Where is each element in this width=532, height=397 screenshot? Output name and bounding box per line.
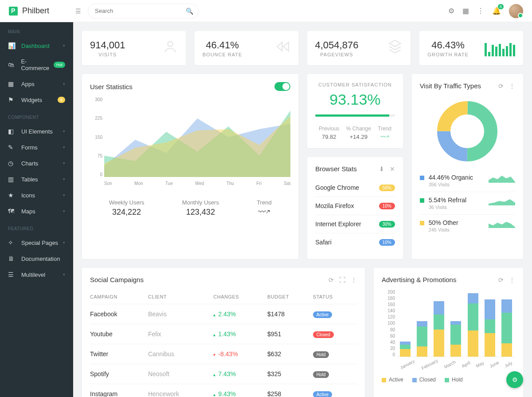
table-row: SpotifyNeosoft▴7.43%$325Hold (90, 364, 357, 384)
sat-progress (315, 114, 395, 117)
search: 🔍 (88, 4, 199, 19)
y-axis: 300225150750 (90, 97, 102, 177)
close-icon[interactable]: ✕ (390, 165, 395, 173)
nav-label: Apps (21, 81, 35, 87)
nav-label: Charts (21, 160, 38, 167)
legend-item: Closed (412, 377, 436, 383)
bar-stack (450, 321, 461, 357)
row-3: Social Campaigns ⟳ ⛶ ⋮ CAMPAIGNCLIENTCHA… (82, 268, 523, 397)
sidebar-item-tables[interactable]: ▥Tables▾ (0, 171, 73, 187)
menu-toggle-icon[interactable]: ☰ (75, 8, 81, 15)
refresh-icon[interactable]: ⟳ (498, 83, 504, 90)
traffic-item: 50% Other245 Visits (420, 215, 515, 237)
advertising-card: Advertising & Promotions ⟳ ⋮ 20018016014… (374, 268, 523, 397)
more-vert-icon[interactable]: ⋮ (509, 276, 515, 283)
sidebar-item-widgets[interactable]: ⚑Widgets8 (0, 92, 73, 108)
traffic-line: 5.54% Refrral (429, 197, 467, 204)
fab-settings[interactable]: ⚙ (506, 371, 523, 388)
chevron-down-icon: ▾ (63, 272, 65, 277)
search-icon[interactable]: 🔍 (186, 8, 193, 15)
nav-icon: 🛍 (8, 61, 15, 68)
bar-stack (434, 301, 444, 357)
stat-value: 46.41% (203, 39, 243, 51)
bar-stack (468, 293, 478, 357)
apps-grid-icon[interactable]: ▦ (462, 7, 469, 15)
traffic-sub: 356 Visits (429, 182, 473, 187)
refresh-icon[interactable]: ⟳ (498, 276, 504, 283)
sidebar-item-multilevel[interactable]: ☰Multilevel▾ (0, 267, 73, 283)
sidebar-item-e-commerce[interactable]: 🛍E-CommerceHot (0, 54, 73, 76)
browser-pill: 10% (379, 239, 395, 246)
user-statistics-chart: 300225150750 SonMonTueWedThuFriSat (104, 97, 290, 186)
bars-area (397, 290, 515, 357)
stat-card-visits: 914,001VISITS (82, 31, 186, 65)
more-vert-icon[interactable]: ⋮ (351, 276, 357, 283)
traffic-sub: 245 Visits (429, 227, 458, 232)
download-icon[interactable]: ⬇ (379, 165, 384, 173)
panel-title: Social Campaigns (90, 276, 144, 283)
toggle-switch[interactable] (274, 82, 290, 91)
sidebar-item-ui-elements[interactable]: ◧UI Elements▾ (0, 123, 73, 139)
person-icon (163, 39, 178, 57)
client-name: Felix (148, 324, 213, 344)
more-vert-icon[interactable]: ⋮ (477, 7, 484, 15)
table-row: TwitterCannibus▾-8.43%$632Hold (90, 344, 357, 364)
sat-title: CUSTOMER SATISFACTION (315, 82, 395, 87)
table-row: FacebookBeavis▴2.43%$1478Active (90, 304, 357, 324)
change-val: ▴7.43% (213, 364, 267, 384)
browser-pill: 30% (379, 221, 395, 228)
fullscreen-icon[interactable]: ⛶ (339, 276, 345, 283)
panel-title: Advertising & Promotions (382, 276, 456, 283)
nav-icon: 🗎 (8, 255, 15, 262)
status-badge: Active (313, 311, 332, 318)
stat-value: 46.43% (427, 39, 469, 51)
refresh-icon[interactable]: ⟳ (329, 276, 334, 283)
legend-dot (420, 221, 424, 225)
change-val: +14.29 (346, 134, 371, 140)
nav-icon: 🗺 (8, 208, 15, 215)
more-vert-icon[interactable]: ⋮ (509, 83, 515, 90)
browser-pill: 50% (379, 185, 395, 191)
search-input[interactable] (88, 4, 199, 19)
brand[interactable]: Philbert (9, 6, 75, 16)
user-statistics-card: User Statistics 300225150750 SonMonTueWe… (82, 74, 298, 259)
change-label: % Change (346, 126, 371, 132)
campaigns-card: Social Campaigns ⟳ ⛶ ⋮ CAMPAIGNCLIENTCHA… (82, 268, 365, 397)
sidebar-item-forms[interactable]: ✎Forms▾ (0, 139, 73, 155)
sidebar-item-apps[interactable]: ▦Apps▾ (0, 76, 73, 92)
trend-lbl: Trend (378, 126, 391, 132)
sidebar-item-documentation[interactable]: 🗎Documentation (0, 251, 73, 267)
sidebar-item-maps[interactable]: 🗺Maps▾ (0, 203, 73, 219)
nav-icon: ✧ (8, 239, 15, 246)
stat-value: 4,054,876 (315, 39, 359, 51)
sidebar-item-dashboard[interactable]: 📊Dashboard▾ (0, 38, 73, 54)
traffic-item: 5.54% Refrral36 Visits (420, 192, 515, 215)
status-badge: Active (313, 391, 332, 397)
x-axis: SonMonTueWedThuFriSat (104, 181, 290, 186)
panel-title: Browser Stats (315, 165, 356, 173)
stat-label: GROWTH RATE (427, 52, 469, 57)
nav-icon: ★ (8, 192, 15, 199)
budget-val: $258 (267, 384, 313, 397)
gear-icon[interactable]: ⚙ (448, 7, 454, 15)
sidebar-item-icons[interactable]: ★Icons▾ (0, 187, 73, 203)
table-header: CAMPAIGN (90, 290, 148, 304)
panel-title: Visit By Traffic Types (420, 82, 481, 90)
sidebar-item-special-pages[interactable]: ✧Special Pages▾ (0, 235, 73, 251)
browser-name: Google Chrome (315, 184, 359, 191)
sidebar-item-charts[interactable]: ◷Charts▾ (0, 155, 73, 171)
client-name: Hencework (148, 384, 213, 397)
sat-value: 93.13% (315, 91, 395, 108)
col-sat-browser: CUSTOMER SATISFACTION 93.13% Previous79.… (307, 74, 403, 259)
header-right: ⚙ ▦ ⋮ 🔔5 (448, 4, 523, 18)
advertising-legend: ActiveClosedHold (382, 377, 515, 383)
bell-icon[interactable]: 🔔5 (492, 7, 501, 15)
nav-icon: ◷ (8, 160, 15, 167)
nav-label: Multilevel (21, 271, 45, 278)
nav-group-title: FEATURED (0, 219, 73, 235)
traffic-item: 44.46% Organic356 Visits (420, 169, 515, 192)
avatar[interactable] (509, 4, 523, 18)
sidebar: MAIN📊Dashboard▾🛍E-CommerceHot▦Apps▾⚑Widg… (0, 22, 73, 397)
table-header: STATUS (313, 290, 357, 304)
chevron-down-icon: ▾ (63, 177, 65, 181)
